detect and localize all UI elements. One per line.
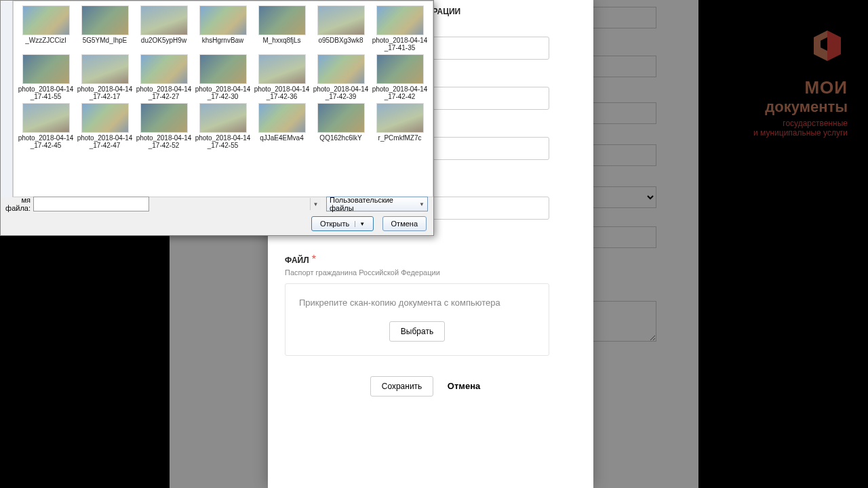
- modal-button-group: Сохранить Отмена: [285, 376, 576, 396]
- logo-text-line2: документы: [753, 98, 848, 116]
- file-subtext: Паспорт гражданина Российской Федерации: [285, 268, 576, 277]
- file-thumbnail: [199, 5, 247, 35]
- file-item[interactable]: photo_2018-04-14_17-42-47: [75, 103, 134, 149]
- file-thumbnail: [376, 103, 424, 133]
- file-thumbnail: [81, 54, 129, 84]
- file-list-area[interactable]: _WzzZJCCizI5G5YMd_IhpEdu2OK5ypH9wkhsHgrn…: [13, 1, 433, 197]
- file-type-filter[interactable]: Пользовательские файлы ▼: [326, 197, 428, 211]
- file-item[interactable]: photo_2018-04-14_17-42-52: [134, 103, 193, 149]
- file-name-label: photo_2018-04-14_17-42-47: [75, 134, 134, 149]
- logo-text-line4: и муниципальные услуги: [753, 128, 848, 138]
- file-item[interactable]: photo_2018-04-14_17-42-45: [16, 103, 75, 149]
- file-item[interactable]: photo_2018-04-14_17-42-36: [252, 54, 311, 100]
- open-file-dialog: _WzzZJCCizI5G5YMd_IhpEdu2OK5ypH9wkhsHgrn…: [0, 0, 434, 236]
- file-name-label: photo_2018-04-14_17-41-55: [16, 85, 75, 100]
- logo-text-line1: МОИ: [753, 77, 848, 98]
- dropzone-text: Прикрепите скан-копию документа с компью…: [299, 298, 535, 308]
- file-name-label: r_PCmkfMZ7c: [370, 134, 429, 142]
- file-thumbnail: [376, 5, 424, 35]
- file-item[interactable]: khsHgrnvBaw: [193, 5, 252, 52]
- save-button[interactable]: Сохранить: [370, 376, 434, 396]
- file-thumbnail: [140, 103, 188, 133]
- file-item[interactable]: 5G5YMd_IhpE: [75, 5, 134, 52]
- file-item[interactable]: photo_2018-04-14_17-42-39: [311, 54, 370, 100]
- file-item[interactable]: photo_2018-04-14_17-42-17: [75, 54, 134, 100]
- file-thumbnail: [258, 5, 306, 35]
- file-thumbnail: [317, 5, 365, 35]
- file-item[interactable]: _WzzZJCCizI: [16, 5, 75, 52]
- file-thumbnail: [199, 54, 247, 84]
- required-star: *: [312, 253, 316, 265]
- file-dialog-controls: мя файла: ▼ Пользовательские файлы ▼ Отк…: [1, 196, 428, 231]
- file-item[interactable]: photo_2018-04-14_17-42-27: [134, 54, 193, 100]
- brand-logo-area: МОИ документы государственные и муниципа…: [753, 27, 848, 138]
- open-button-label: Открыть: [320, 220, 349, 228]
- file-name-label: khsHgrnvBaw: [193, 37, 252, 44]
- file-name-label: photo_2018-04-14_17-42-45: [16, 134, 75, 149]
- file-thumbnail: [317, 54, 365, 84]
- file-name-label: photo_2018-04-14_17-42-55: [193, 134, 252, 149]
- file-item[interactable]: QQ162hc6lkY: [311, 103, 370, 149]
- file-thumbnail: [317, 103, 365, 133]
- file-item[interactable]: o95DBXg3wk8: [311, 5, 370, 52]
- file-name-label: QQ162hc6lkY: [311, 134, 370, 142]
- file-item[interactable]: photo_2018-04-14_17-41-55: [16, 54, 75, 100]
- logo-icon: [807, 27, 848, 68]
- file-name-label: photo_2018-04-14_17-42-39: [311, 85, 370, 100]
- file-name-label: o95DBXg3wk8: [311, 37, 370, 44]
- file-thumbnail: [81, 5, 129, 35]
- file-thumbnail: [81, 103, 129, 133]
- file-item[interactable]: r_PCmkfMZ7c: [370, 103, 429, 149]
- file-name-label: qJJaE4EMva4: [252, 134, 311, 142]
- dialog-cancel-button[interactable]: Отмена: [382, 216, 427, 231]
- file-item[interactable]: du2OK5ypH9w: [134, 5, 193, 52]
- file-item[interactable]: photo_2018-04-14_17-42-42: [370, 54, 429, 100]
- file-name-label: M_hxxq8fjLs: [252, 37, 311, 44]
- cancel-button[interactable]: Отмена: [437, 376, 491, 396]
- select-file-button[interactable]: Выбрать: [389, 321, 445, 342]
- filename-dropdown-icon[interactable]: ▼: [310, 198, 321, 210]
- file-name-label: photo_2018-04-14_17-42-17: [75, 85, 134, 100]
- open-button[interactable]: Открыть ▼: [311, 216, 374, 231]
- file-name-label: photo_2018-04-14_17-42-42: [370, 85, 429, 100]
- file-thumbnail: [22, 5, 70, 35]
- file-thumbnail: [376, 54, 424, 84]
- file-name-label: du2OK5ypH9w: [134, 37, 193, 44]
- logo-text-line3: государственные: [753, 119, 848, 128]
- file-thumbnail: [22, 103, 70, 133]
- file-name-label: photo_2018-04-14_17-42-27: [134, 85, 193, 100]
- filter-text: Пользовательские файлы: [330, 196, 419, 212]
- file-dropzone[interactable]: Прикрепите скан-копию документа с компью…: [285, 283, 549, 356]
- file-item[interactable]: photo_2018-04-14_17-42-30: [193, 54, 252, 100]
- file-name-label: photo_2018-04-14_17-41-35: [370, 37, 429, 52]
- nav-strip: [1, 1, 13, 197]
- file-name-label: photo_2018-04-14_17-42-36: [252, 85, 311, 100]
- file-item[interactable]: photo_2018-04-14_17-41-35: [370, 5, 429, 52]
- file-label: ФАЙЛ: [285, 256, 309, 265]
- file-thumbnail: [258, 103, 306, 133]
- file-name-label: 5G5YMd_IhpE: [75, 37, 134, 44]
- file-thumbnail: [140, 54, 188, 84]
- file-name-label: photo_2018-04-14_17-42-52: [134, 134, 193, 149]
- file-thumbnail: [22, 54, 70, 84]
- file-item[interactable]: qJJaE4EMva4: [252, 103, 311, 149]
- open-split-icon[interactable]: ▼: [355, 221, 365, 227]
- chevron-down-icon: ▼: [419, 201, 425, 207]
- file-thumbnail: [199, 103, 247, 133]
- file-item[interactable]: photo_2018-04-14_17-42-55: [193, 103, 252, 149]
- filename-label: мя файла:: [2, 196, 33, 212]
- file-thumbnail: [140, 5, 188, 35]
- file-thumbnail: [258, 54, 306, 84]
- file-name-label: photo_2018-04-14_17-42-30: [193, 85, 252, 100]
- file-item[interactable]: M_hxxq8fjLs: [252, 5, 311, 52]
- filename-input[interactable]: [33, 197, 149, 211]
- file-name-label: _WzzZJCCizI: [16, 37, 75, 44]
